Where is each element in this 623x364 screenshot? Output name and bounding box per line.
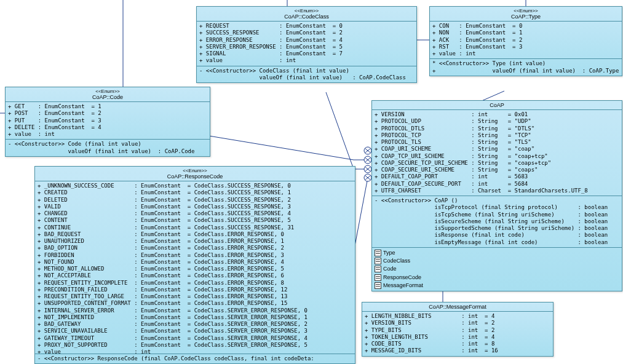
class-coap-responsecode[interactable]: <<Enum>> CoAP::ResponseCode + _UNKNOWN_S… — [34, 166, 355, 364]
class-header: <<Enum>> CoAP::CodeClass — [197, 7, 416, 22]
class-header: CoAP — [372, 101, 622, 110]
nested-class-ref[interactable]: CodeClass — [375, 257, 619, 265]
nested-class-ref[interactable]: ResponseCode — [375, 274, 619, 282]
nested-class-icon — [375, 282, 381, 289]
operations: - <<Constructor>> ResponseCode (final Co… — [35, 354, 355, 363]
class-coap-codeclass[interactable]: <<Enum>> CoAP::CodeClass + REQUEST : Enu… — [196, 6, 417, 83]
nested-class-ref[interactable]: Code — [375, 265, 619, 273]
svg-line-5 — [209, 136, 354, 160]
class-coap[interactable]: CoAP + VERSION : int = 0x01 + PROTOCOL_U… — [371, 100, 622, 291]
operations: - <<Constructor>> CodeClass (final int v… — [197, 66, 416, 83]
svg-line-23 — [365, 167, 371, 172]
nested-classes: TypeCodeClassCodeResponseCodeMessageForm… — [372, 248, 622, 291]
attributes: + VERSION : int = 0x01 + PROTOCOL_UDP : … — [372, 110, 622, 196]
attributes: + LENGTH_NIBBLE_BITS : int = 4 + VERSION… — [362, 312, 553, 356]
class-header: <<Enum>> CoAP::ResponseCode — [35, 167, 355, 181]
svg-point-24 — [364, 174, 371, 181]
class-header: CoAP::MessageFormat — [362, 303, 553, 312]
nested-class-icon — [375, 274, 381, 281]
svg-line-19 — [365, 157, 371, 162]
nested-class-icon — [375, 250, 381, 256]
operations: - <<Constructor>> Code (final int value)… — [6, 140, 210, 156]
operations: - <<Constructor>> CoAP () isTcpProtocol … — [372, 196, 622, 248]
class-header: <<Enum>> CoAP::Code — [6, 87, 210, 102]
attributes: + _UNKNOWN_SUCCESS_CODE : EnumConstant =… — [35, 181, 355, 354]
svg-line-7 — [326, 92, 354, 169]
nested-class-icon — [375, 266, 381, 272]
nested-class-ref[interactable]: MessageFormat — [375, 282, 619, 290]
svg-line-26 — [365, 175, 371, 180]
nested-class-icon — [375, 258, 381, 264]
operations: * <<Constructor>> Type (int value) + val… — [430, 59, 622, 76]
class-coap-code[interactable]: <<Enum>> CoAP::Code + GET : EnumConstant… — [5, 87, 210, 157]
svg-point-15 — [364, 147, 371, 154]
svg-line-16 — [365, 148, 371, 153]
svg-point-18 — [364, 156, 371, 164]
svg-line-9 — [354, 178, 368, 252]
nested-class-ref[interactable]: Type — [375, 249, 619, 257]
svg-point-21 — [364, 165, 371, 173]
svg-line-25 — [365, 175, 371, 180]
class-header: <<Enum>> CoAP::Type — [430, 7, 622, 22]
class-coap-type[interactable]: <<Enum>> CoAP::Type + CON : EnumConstant… — [429, 6, 622, 76]
attributes: + REQUEST : EnumConstant = 0 + SUCCESS_R… — [197, 22, 416, 66]
class-coap-messageformat[interactable]: CoAP::MessageFormat + LENGTH_NIBBLE_BITS… — [362, 302, 554, 357]
svg-line-22 — [365, 167, 371, 172]
attributes: + GET : EnumConstant = 1 + POST : EnumCo… — [6, 102, 210, 140]
svg-line-20 — [365, 157, 371, 162]
attributes: + CON : EnumConstant = 0 + NON : EnumCon… — [430, 22, 622, 59]
svg-line-17 — [365, 148, 371, 153]
